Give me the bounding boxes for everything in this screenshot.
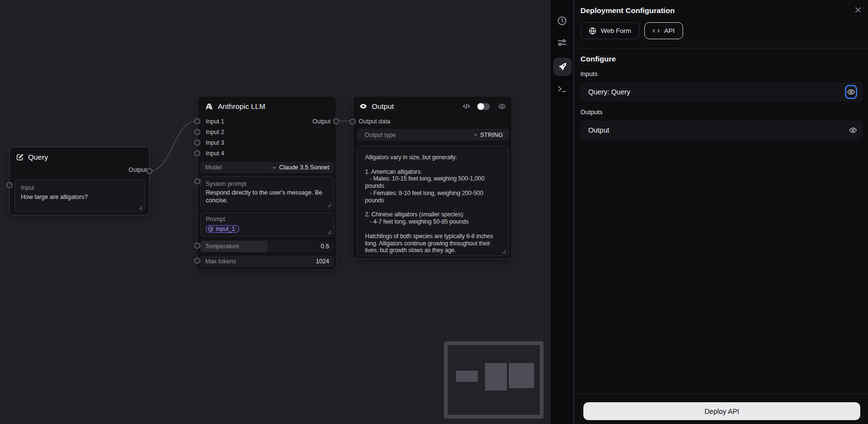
input-visibility-eye-button[interactable] <box>845 85 857 99</box>
llm-prompt-field[interactable]: Prompt input_1 <box>200 212 334 237</box>
llm-model-label: Model <box>205 164 272 171</box>
minimap-output-node <box>509 363 534 388</box>
llm-input4-label: Input 4 <box>206 150 224 157</box>
llm-max-tokens-label: Max tokens <box>205 258 316 265</box>
inputs-heading: Inputs <box>580 70 863 77</box>
close-icon[interactable] <box>855 7 861 13</box>
llm-input1-label: Input 1 <box>206 118 224 125</box>
circled-arrow-icon <box>208 226 213 232</box>
output-data-port-label: Output data <box>359 118 390 125</box>
edit-pencil-icon <box>16 153 24 161</box>
eye-filled-icon <box>359 103 367 110</box>
llm-node-title: Anthropic LLM <box>218 102 265 110</box>
output-row-output[interactable]: Output <box>580 121 863 140</box>
query-node-title: Query <box>28 153 48 161</box>
output-visibility-eye-icon[interactable] <box>498 103 506 110</box>
panel-main: Configure Inputs Query: Query Outputs Ou… <box>576 48 868 394</box>
history-clock-icon[interactable] <box>557 16 567 26</box>
query-output-port-label: Output <box>128 167 147 173</box>
llm-model-value[interactable]: Claude 3.5 Sonnet <box>272 164 329 171</box>
code-view-toggle[interactable] <box>477 103 490 110</box>
tab-web-form-label: Web Form <box>601 27 631 34</box>
outputs-heading: Outputs <box>580 108 863 116</box>
configure-heading: Configure <box>580 55 863 63</box>
llm-max-tokens-value[interactable]: 1024 <box>316 258 329 265</box>
llm-temperature-label: Temperature <box>205 243 321 250</box>
llm-node-header: Anthropic LLM <box>198 96 336 113</box>
workflow-canvas[interactable]: Query Output Input How large are alligat… <box>0 0 550 424</box>
settings-sliders-icon[interactable] <box>557 38 567 47</box>
query-node[interactable]: Query Output Input How large are alligat… <box>9 147 150 215</box>
llm-system-prompt-value[interactable]: Respond directly to the user's message. … <box>206 189 329 204</box>
resize-handle-icon[interactable] <box>138 206 143 210</box>
llm-input1-port[interactable] <box>194 118 200 124</box>
terminal-icon[interactable] <box>557 84 567 93</box>
llm-input3-port[interactable] <box>194 139 200 146</box>
input-row-query[interactable]: Query: Query <box>580 82 863 102</box>
deploy-api-button[interactable]: Deploy API <box>583 402 860 420</box>
llm-prompt-label: Prompt <box>206 216 329 223</box>
query-node-header: Query <box>10 147 149 164</box>
canvas-minimap[interactable] <box>444 341 544 419</box>
output-type-select[interactable]: Output type STRING <box>357 129 509 141</box>
query-input-textarea[interactable]: Input How large are alligators? <box>15 180 145 212</box>
output-result-textarea[interactable]: Alligators vary in size, but generally: … <box>357 146 509 256</box>
code-icon <box>653 28 660 34</box>
query-output-port[interactable] <box>146 168 152 174</box>
output-type-label: Output type <box>365 132 473 138</box>
llm-model-select[interactable]: Model Claude 3.5 Sonnet <box>200 162 334 173</box>
llm-temperature-value[interactable]: 0.5 <box>321 243 329 250</box>
deploy-rocket-icon[interactable] <box>553 58 572 76</box>
app-root: Query Output Input How large are alligat… <box>0 0 868 424</box>
panel-footer: Deploy API <box>576 394 868 424</box>
query-input-label: Input <box>21 184 139 191</box>
output-visibility-eye-button[interactable] <box>849 127 857 134</box>
tab-web-form[interactable]: Web Form <box>580 22 640 39</box>
anthropic-logo-icon <box>205 103 213 110</box>
llm-input2-label: Input 2 <box>206 129 224 136</box>
output-node-header: Output <box>353 96 512 113</box>
globe-icon <box>589 27 596 35</box>
minimap-llm-node <box>485 363 507 391</box>
chevron-down-icon <box>272 166 276 170</box>
chevron-down-icon <box>473 133 478 137</box>
deployment-mode-tabs: Web Form API <box>580 22 868 39</box>
llm-output-port-label: Output <box>312 118 331 125</box>
llm-system-prompt-port[interactable] <box>194 178 200 184</box>
minimap-query-node <box>456 371 478 382</box>
output-node-title: Output <box>372 102 394 110</box>
llm-input3-label: Input 3 <box>206 139 224 146</box>
llm-input4-port[interactable] <box>194 150 200 156</box>
toggle-knob <box>477 103 484 110</box>
llm-max-tokens-field[interactable]: Max tokens 1024 <box>200 256 334 267</box>
tab-api-label: API <box>664 27 675 34</box>
llm-system-prompt-label: System prompt <box>206 181 329 187</box>
resize-handle-icon[interactable] <box>327 230 332 235</box>
llm-output-port[interactable] <box>333 118 339 124</box>
output-type-value[interactable]: STRING <box>473 132 503 138</box>
output-result-text: Alligators vary in size, but generally: … <box>357 146 508 254</box>
query-input-port[interactable] <box>6 182 13 188</box>
tab-api[interactable]: API <box>644 22 683 39</box>
tool-sidebar <box>550 0 574 424</box>
llm-max-tokens-port[interactable] <box>194 257 200 264</box>
anthropic-llm-node[interactable]: Anthropic LLM Input 1 Input 2 Input 3 In… <box>197 96 336 270</box>
resize-handle-icon[interactable] <box>502 250 506 254</box>
query-input-value[interactable]: How large are alligators? <box>21 194 139 201</box>
panel-title: Deployment Configuration <box>576 0 868 15</box>
input-row-label: Query: Query <box>588 88 845 96</box>
llm-system-prompt-textarea[interactable]: System prompt Respond directly to the us… <box>200 176 334 210</box>
llm-temperature-port[interactable] <box>194 242 200 249</box>
output-row-label: Output <box>588 126 849 134</box>
input-1-variable-chip[interactable]: input_1 <box>206 225 239 233</box>
llm-temperature-field[interactable]: Temperature 0.5 <box>200 241 334 252</box>
output-node[interactable]: Output Output data <box>352 96 512 259</box>
code-icon[interactable] <box>463 103 470 109</box>
output-data-port[interactable] <box>350 119 356 125</box>
llm-input2-port[interactable] <box>194 129 200 135</box>
resize-handle-icon[interactable] <box>327 203 332 208</box>
deployment-configuration-panel: Deployment Configuration Web Form <box>576 0 868 424</box>
